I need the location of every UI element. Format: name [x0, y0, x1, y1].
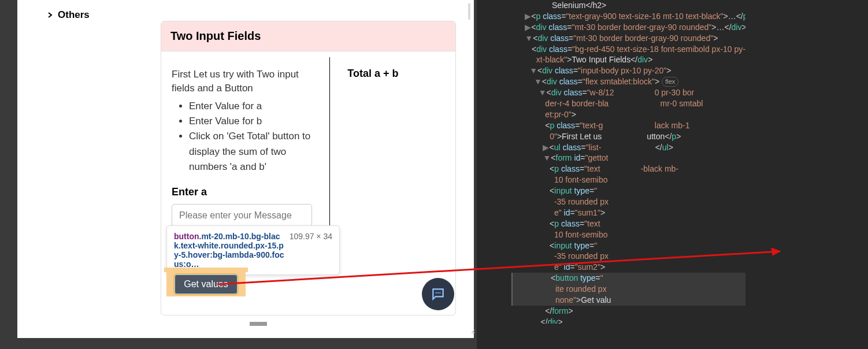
- get-values-button[interactable]: Get values: [175, 274, 237, 294]
- chat-bubble-button[interactable]: [422, 278, 454, 310]
- devtools-pane: ••• Selenium</h2> ▶<p class="text-gray-9…: [477, 0, 868, 349]
- bullet-a: Enter Value for a: [189, 99, 312, 114]
- rendered-page: Others Two Input Fields First Let us try…: [17, 0, 474, 338]
- sidebar-label: Others: [58, 9, 90, 20]
- element-highlight: Get values: [166, 272, 246, 296]
- tooltip-selector: button.mt-20.mb-10.bg-black.text-white.r…: [174, 232, 285, 269]
- gutter-dots-icon: •••: [511, 234, 512, 245]
- svg-point-2: [439, 292, 440, 294]
- label-enter-a: Enter a: [172, 186, 312, 198]
- pane-splitter-icon[interactable]: [468, 3, 470, 20]
- svg-point-0: [436, 292, 437, 294]
- bullet-b: Enter Value for b: [189, 114, 312, 129]
- input-a[interactable]: [172, 204, 312, 227]
- bullet-c: Click on 'Get Total' button to display t…: [189, 129, 312, 174]
- page-pane: Others Two Input Fields First Let us try…: [0, 0, 476, 349]
- tooltip-dimensions: 109.97 × 34: [290, 232, 332, 269]
- svg-point-1: [437, 292, 439, 294]
- resize-corner-icon[interactable]: [471, 331, 477, 337]
- sidebar-item-others[interactable]: Others: [47, 9, 90, 21]
- dom-tree[interactable]: ••• Selenium</h2> ▶<p class="text-gray-9…: [511, 0, 745, 324]
- card-title: Two Input Fields: [161, 21, 455, 51]
- chevron-right-icon: [47, 9, 53, 21]
- intro-text: First Let us try with Two input fields a…: [172, 68, 312, 95]
- resize-handle-icon[interactable]: [250, 322, 267, 324]
- total-label: Total a + b: [347, 68, 445, 80]
